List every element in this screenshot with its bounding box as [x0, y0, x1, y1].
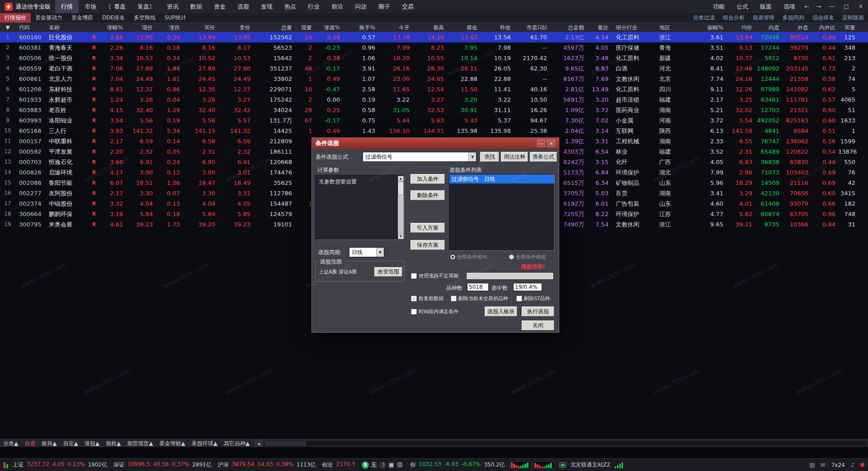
tool-item-行情报价[interactable]: 行情报价 [0, 13, 31, 23]
tab-scrollbar[interactable] [264, 440, 867, 447]
checkbox-variable-period[interactable]: 使用涨跌不定周期 [411, 273, 458, 279]
menu-item-问达[interactable]: 问达 [349, 0, 373, 13]
col-pe[interactable]: 市盈(动) [514, 23, 550, 32]
condition-list-item-selected[interactable]: 过滤假信号 日线 [449, 174, 554, 184]
radio-all-and[interactable]: 全部条件相与 [450, 254, 487, 260]
table-row[interactable]: 2600381青海春天R2.268.160.188.168.17565232-0… [0, 42, 868, 53]
server-name[interactable]: 北京联通主站Z2 [571, 461, 610, 469]
bottom-tab-期权▲[interactable]: 期权▲ [103, 439, 124, 447]
tool-link-综合排名[interactable]: 综合排名 [808, 13, 838, 23]
col-amp[interactable]: 振幅% [689, 23, 726, 32]
col-open[interactable]: 今开 [378, 23, 412, 32]
tool-link-多股同列[interactable]: 多股同列 [778, 13, 808, 23]
checkbox-remove-st[interactable]: 剔除ST品种 [516, 295, 550, 302]
col-sell[interactable]: 卖价 [218, 23, 253, 32]
menu-item-资金[interactable]: 资金 [208, 0, 231, 13]
table-row[interactable]: 8603883老百姓R4.1532.401.2932.4032.42340242… [0, 105, 868, 115]
table-row[interactable]: 7601933永辉超市R1.243.260.043.263.2717524220… [0, 94, 868, 105]
dialog-close-icon[interactable]: × [547, 140, 555, 147]
chevron-down-icon[interactable]: ▼ [468, 152, 476, 161]
col-prev[interactable]: 昨收 [480, 23, 514, 32]
col-high[interactable]: 最高 [412, 23, 447, 32]
menu-item-功能[interactable]: 功能 [707, 0, 731, 13]
col-price[interactable]: 现价 [126, 23, 156, 32]
maximize-button[interactable]: □ [839, 0, 854, 13]
bottom-tab-分类▲[interactable]: 分类▲ [0, 439, 21, 447]
menu-item-发现[interactable]: 发现 [255, 0, 278, 13]
col-vol[interactable]: 总量 [253, 23, 295, 32]
col-pct[interactable]: 涨幅% [99, 23, 126, 32]
menu-item-选项[interactable]: 选项 [778, 0, 801, 13]
col-code[interactable]: 代码 [15, 23, 45, 32]
minimize-button[interactable]: — [825, 0, 839, 13]
pick-to-block-button[interactable]: 选股入板块 [485, 306, 517, 316]
tab-scroll-thumb[interactable] [265, 441, 306, 446]
scroll-down-icon[interactable]: ▼ [398, 234, 404, 239]
col-cvol[interactable]: 现量 [295, 23, 315, 32]
scroll-up-icon[interactable]: ▲ [398, 176, 404, 181]
col-amt[interactable]: 总金额 [550, 23, 587, 32]
menu-item-〖看盘[interactable]: 〖看盘 [102, 0, 132, 13]
close-dialog-button[interactable]: 关闭 [522, 320, 554, 330]
menu-item-市场[interactable]: 市场 [79, 0, 102, 13]
period-combobox[interactable]: 日线 ▼ [349, 247, 384, 257]
checkbox-time-range[interactable]: 时间段内满足条件 [411, 308, 458, 315]
scroll-thumb[interactable] [398, 182, 404, 195]
menu-item-选股[interactable]: 选股 [231, 0, 255, 13]
table-row[interactable]: 10605168三人行R3.93141.325.34141.15141.3214… [0, 126, 868, 136]
col-inn[interactable]: 内盘 [755, 23, 782, 32]
menu-item-复盘〗[interactable]: 复盘〗 [132, 0, 161, 13]
count-field[interactable]: 5018 [467, 283, 489, 291]
sound-icon[interactable]: ♪ [851, 462, 854, 468]
col-seq[interactable]: ▼ [0, 23, 15, 32]
bottom-tab-其它品种▲[interactable]: 其它品种▲ [221, 439, 253, 447]
bottom-tab-板块▲[interactable]: 板块▲ [38, 439, 60, 447]
table-row[interactable]: 3600506统一股份R3.3410.530.3410.5210.5315642… [0, 53, 868, 63]
view-formula-button[interactable]: 查看公式 [530, 152, 557, 162]
emoji-icon[interactable]: ☺ [396, 462, 403, 469]
change-range-button[interactable]: 改变范围 [374, 267, 402, 277]
back-icon[interactable]: ← [801, 0, 813, 13]
selected-field[interactable]: 19/0.4% [513, 283, 542, 291]
tab-scroll-left-icon[interactable]: ◀ [255, 440, 263, 447]
menu-item-前沿[interactable]: 前沿 [326, 0, 349, 13]
message-icon[interactable]: ✉ [821, 462, 826, 468]
col-reg[interactable]: 地区 [655, 23, 689, 32]
formula-combobox[interactable]: 过滤假信号 ▼ [363, 152, 476, 162]
alert-dot-icon[interactable] [860, 463, 864, 467]
menu-item-资讯[interactable]: 资讯 [161, 0, 184, 13]
col-ratio[interactable]: 内外比 [811, 23, 838, 32]
col-ind[interactable]: 细分行业 [611, 23, 655, 32]
delete-condition-button[interactable]: 删除条件 [410, 190, 445, 200]
chevron-down-icon[interactable]: ▼ [376, 248, 384, 257]
find-button[interactable]: 查找 [480, 152, 499, 162]
add-condition-button[interactable]: 加入条件 [410, 174, 445, 184]
col-low[interactable]: 最低 [447, 23, 480, 32]
params-scrollbar[interactable]: ▲ ▼ [398, 176, 404, 239]
col-name[interactable]: 名称 [45, 23, 89, 32]
bottom-tab-港股▲[interactable]: 港股▲ [81, 439, 103, 447]
bottom-tab-美股环球▲[interactable]: 美股环球▲ [189, 439, 221, 447]
menu-item-热点[interactable]: 热点 [278, 0, 302, 13]
checkbox-forward-adjusted[interactable]: ✓前复权数据 [411, 295, 443, 302]
forward-icon[interactable]: → [813, 0, 825, 13]
menu-item-行业[interactable]: 行业 [302, 0, 326, 13]
save-plan-button[interactable]: 保存方案 [410, 240, 445, 250]
table-row[interactable]: 5600861北京人力R7.0424.491.6124.4524.4933802… [0, 74, 868, 84]
tool-link-组合分析[interactable]: 组合分析 [719, 13, 749, 23]
col-buy[interactable]: 买价 [183, 23, 218, 32]
bottom-tab-期货现货▲[interactable]: 期货现货▲ [124, 439, 156, 447]
table-row[interactable]: 9603993洛阳钼业R3.545.560.195.565.57131.7万67… [0, 115, 868, 126]
col-avg[interactable]: 均价 [726, 23, 755, 32]
bottom-tab-自选[interactable]: 自选 [21, 439, 38, 447]
market-chart-icon[interactable] [4, 462, 8, 468]
menu-item-公式[interactable]: 公式 [731, 0, 754, 13]
tool-item-DDE排名[interactable]: DDE排名 [98, 13, 129, 23]
dialog-titlebar[interactable]: 条件选股 — × [312, 138, 559, 149]
menu-item-交易[interactable]: 交易 [396, 0, 420, 13]
tool-link-定制版面[interactable]: 定制版面 [838, 13, 868, 23]
tool-item-资金驱动力[interactable]: 资金驱动力 [31, 13, 67, 23]
col-lb[interactable]: 量比 [587, 23, 611, 32]
table-row[interactable]: 4600559老白干酒R7.0627.891.8427.8927.9035123… [0, 63, 868, 74]
tool-link-分类过滤[interactable]: 分类过滤 [689, 13, 719, 23]
